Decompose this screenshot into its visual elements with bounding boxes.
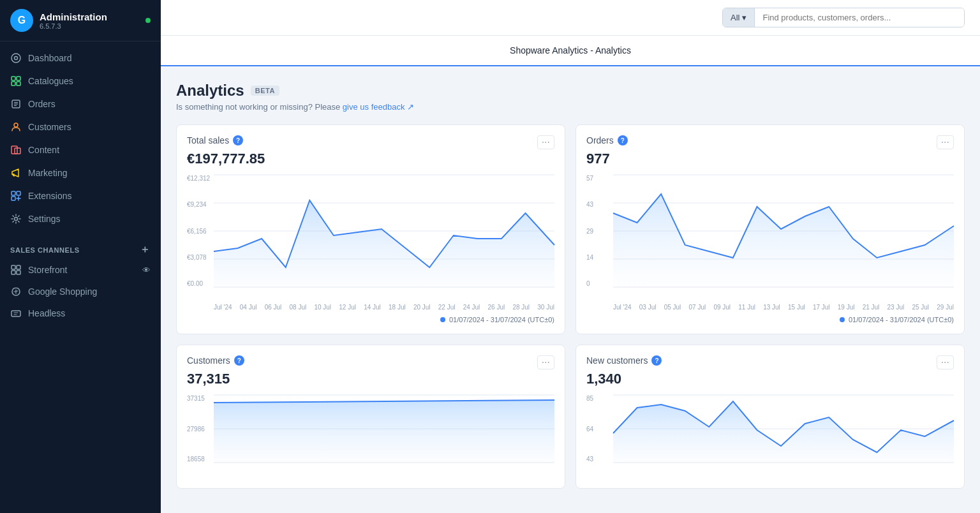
svg-marker-41 — [613, 401, 954, 463]
google-shopping-label: Google Shopping — [28, 286, 97, 297]
dashboard-label: Dashboard — [28, 53, 72, 63]
customers-card: Customers ? ··· 37,315 37315 27986 18658 — [176, 345, 565, 489]
sidebar-item-customers[interactable]: Customers — [0, 115, 161, 138]
analytics-title: Analytics — [176, 82, 244, 100]
sidebar-item-headless[interactable]: Headless — [0, 302, 161, 324]
content-icon — [10, 144, 22, 156]
storefront-icon — [10, 264, 22, 276]
svg-point-10 — [14, 123, 18, 127]
orders-y-labels: 57 43 29 14 0 — [586, 175, 593, 287]
chevron-down-icon: ▾ — [742, 13, 746, 22]
sidebar-item-storefront[interactable]: Storefront 👁 — [0, 259, 161, 281]
svg-rect-5 — [17, 82, 20, 86]
svg-rect-19 — [11, 271, 15, 274]
app-logo: G — [10, 9, 33, 32]
storefront-label: Storefront — [28, 265, 67, 275]
marketing-icon — [10, 167, 22, 179]
new-customers-y-labels: 85 64 43 — [586, 395, 593, 463]
main-nav: Dashboard Catalogues Orders Customers Co… — [0, 41, 161, 235]
new-customers-card: New customers ? ··· 1,340 85 64 43 — [575, 345, 965, 489]
main-content: All ▾ Shopware Analytics - Analytics Ana… — [161, 0, 980, 513]
sidebar-item-settings[interactable]: Settings — [0, 207, 161, 230]
customers-chart-title: Customers — [187, 355, 230, 366]
sidebar-item-orders[interactable]: Orders — [0, 93, 161, 115]
headless-icon — [10, 308, 22, 319]
marketing-label: Marketing — [28, 168, 67, 178]
new-customers-more-button[interactable]: ··· — [937, 355, 954, 369]
orders-footer: 01/07/2024 - 31/07/2024 (UTC±0) — [586, 316, 954, 323]
svg-rect-3 — [17, 77, 20, 80]
search-filter-button[interactable]: All ▾ — [723, 8, 755, 27]
svg-rect-18 — [17, 265, 20, 269]
customers-info-icon[interactable]: ? — [234, 355, 244, 366]
content-label: Content — [28, 145, 59, 155]
add-sales-channel-button[interactable]: ＋ — [140, 243, 151, 256]
catalogues-icon — [10, 75, 22, 87]
orders-icon — [10, 98, 22, 110]
orders-value: 977 — [586, 151, 954, 167]
legend-dot — [840, 317, 845, 322]
total-sales-footer: 01/07/2024 - 31/07/2024 (UTC±0) — [187, 316, 554, 323]
app-version: 6.5.7.3 — [40, 22, 107, 30]
svg-point-0 — [11, 54, 20, 63]
analytics-subtitle: Is something not working or missing? Ple… — [176, 102, 965, 112]
total-sales-more-button[interactable]: ··· — [537, 135, 554, 149]
orders-chart: 57 43 29 14 0 — [586, 175, 954, 302]
analytics-header: Analytics BETA — [176, 82, 965, 100]
storefront-visibility-icon[interactable]: 👁 — [142, 265, 151, 275]
total-sales-y-labels: €12,312 €9,234 €6,156 €3,078 €0.00 — [187, 175, 210, 287]
customers-chart: 37315 27986 18658 — [187, 395, 554, 478]
total-sales-chart: €12,312 €9,234 €6,156 €3,078 €0.00 — [187, 175, 554, 302]
svg-rect-17 — [11, 265, 15, 269]
search-container: All ▾ — [722, 8, 965, 27]
sidebar-item-catalogues[interactable]: Catalogues — [0, 70, 161, 93]
svg-marker-37 — [214, 400, 554, 463]
feedback-link[interactable]: give us feedback ↗ — [343, 102, 414, 112]
svg-rect-2 — [11, 77, 15, 80]
sidebar-header: G Administration 6.5.7.3 — [0, 0, 161, 41]
svg-marker-27 — [214, 200, 554, 287]
content-area: Analytics BETA Is something not working … — [161, 66, 980, 513]
page-header: Shopware Analytics - Analytics — [161, 36, 980, 66]
new-customers-chart-title: New customers — [586, 355, 648, 366]
beta-badge: BETA — [251, 86, 279, 96]
svg-point-1 — [15, 57, 18, 60]
sidebar-item-dashboard[interactable]: Dashboard — [0, 47, 161, 70]
svg-rect-20 — [17, 271, 20, 274]
orders-info-icon[interactable]: ? — [618, 135, 628, 145]
status-indicator — [145, 18, 151, 23]
sidebar-item-content[interactable]: Content — [0, 138, 161, 161]
total-sales-title: Total sales — [187, 135, 229, 145]
sidebar-item-marketing[interactable]: Marketing — [0, 161, 161, 184]
customers-more-button[interactable]: ··· — [537, 355, 554, 369]
google-shopping-icon — [10, 286, 22, 297]
sidebar-item-google-shopping[interactable]: Google Shopping — [0, 281, 161, 302]
total-sales-value: €197,777.85 — [187, 151, 554, 167]
svg-rect-14 — [17, 191, 20, 195]
legend-dot — [440, 317, 445, 322]
total-sales-info-icon[interactable]: ? — [233, 135, 243, 145]
orders-card: Orders ? ··· 977 57 43 29 14 0 — [575, 124, 965, 334]
sidebar: G Administration 6.5.7.3 Dashboard Catal… — [0, 0, 161, 513]
sidebar-item-extensions[interactable]: Extensions — [0, 184, 161, 207]
svg-rect-21 — [11, 311, 20, 316]
total-sales-card: Total sales ? ··· €197,777.85 €12,312 €9… — [176, 124, 565, 334]
extensions-label: Extensions — [28, 191, 71, 201]
settings-icon — [10, 213, 22, 225]
new-customers-info-icon[interactable]: ? — [651, 355, 662, 366]
new-customers-chart: 85 64 43 — [586, 395, 954, 478]
customers-icon — [10, 121, 22, 133]
orders-more-button[interactable]: ··· — [937, 135, 954, 149]
headless-label: Headless — [28, 308, 65, 318]
dashboard-icon — [10, 52, 22, 64]
search-input[interactable] — [755, 8, 964, 27]
settings-label: Settings — [28, 214, 61, 224]
customers-label: Customers — [28, 122, 71, 132]
extensions-icon — [10, 190, 22, 202]
orders-chart-title: Orders — [586, 135, 614, 145]
catalogues-label: Catalogues — [28, 76, 73, 86]
app-name: Administration — [40, 11, 107, 22]
sales-channels-section: Sales Channels ＋ — [0, 235, 161, 259]
svg-point-16 — [15, 218, 18, 221]
new-customers-value: 1,340 — [586, 371, 954, 387]
